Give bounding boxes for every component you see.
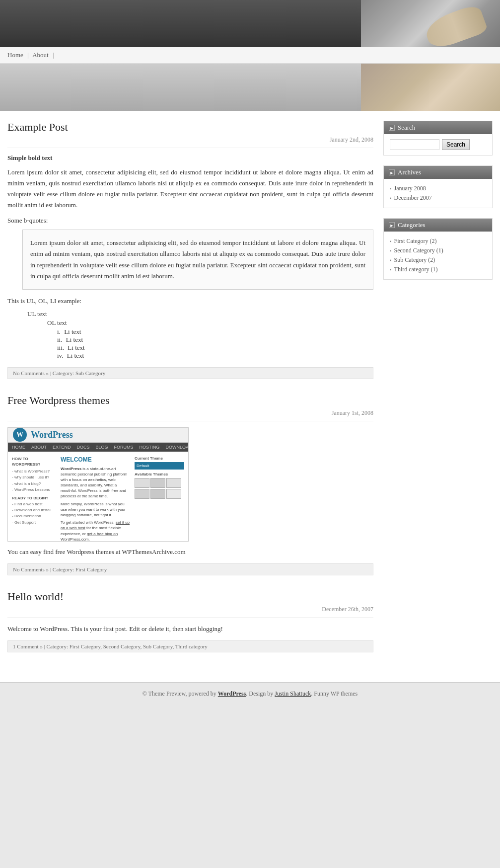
wp-content-inner: HOW TO WORDPRESS? - what is WordPress? -… (12, 456, 184, 542)
widget-archives-body: January 2008 December 2007 (384, 179, 492, 208)
post-title-hello: Hello world! (7, 590, 373, 603)
post-comments-hello[interactable]: 1 Comment » (13, 643, 43, 649)
wp-logo-mark: W (13, 428, 27, 442)
banner-image (361, 64, 500, 111)
post-category-hello: Category: First Category, Second Categor… (47, 643, 208, 649)
wp-nav-about: ABOUT (31, 445, 47, 450)
post-category-wp: Category: First Category (53, 566, 107, 572)
post-lists: UL text OL text i. Li text ii. Li text i… (27, 310, 373, 360)
site-footer: © Theme Preview, powered by WordPress. D… (0, 682, 500, 705)
nav-separator: | (27, 51, 29, 59)
widget-search-titlebar: ► Search (384, 121, 492, 134)
footer-text: © Theme Preview, powered by (143, 690, 218, 697)
cat-link-second[interactable]: Second Category (1) (394, 247, 443, 254)
ul-item: UL text (27, 310, 373, 318)
post-footer-wp: No Comments » | Category: First Category (7, 563, 373, 575)
list-item: First Category (2) (390, 237, 486, 246)
wp-screenshot-header: W WordPress (8, 428, 188, 443)
post-hello: Hello world! December 26th, 2007 Welcome… (7, 590, 373, 652)
wp-nav-home: HOME (12, 445, 25, 450)
wp-main-mini: WELCOME WordPress is a state-of-the-art … (61, 456, 131, 542)
wp-nav-bar: HOME ABOUT EXTEND DOCS BLOG FORUMS HOSTI… (8, 443, 188, 452)
search-input[interactable] (390, 139, 439, 150)
archives-list: January 2008 December 2007 (390, 184, 486, 203)
widget-archives: ► Archives January 2008 December 2007 (383, 165, 493, 208)
post-date-hello: December 26th, 2007 (7, 606, 373, 618)
nav-about[interactable]: About (32, 51, 49, 59)
li-list: i. Li text ii. Li text iii. Li text iv. … (57, 328, 373, 360)
post-footer-hello: 1 Comment » | Category: First Category, … (7, 640, 373, 652)
widget-arrow-archives: ► (389, 169, 395, 175)
nav-home[interactable]: Home (7, 51, 23, 59)
archive-link-jan[interactable]: January 2008 (394, 185, 426, 192)
wp-logo-text: WordPress (31, 430, 73, 440)
search-row: Search (390, 139, 486, 150)
list-item: ii. Li text (57, 336, 373, 344)
widget-search-body: Search (384, 134, 492, 155)
post-bquotes-label: Some b-quotes: (7, 217, 373, 225)
search-button[interactable]: Search (442, 139, 470, 150)
list-item: iv. Li text (57, 352, 373, 360)
list-item: December 2007 (390, 193, 486, 203)
wp-themes-panel: Current Theme Default Available Themes (135, 456, 184, 542)
categories-list: First Category (2) Second Category (1) S… (390, 237, 486, 274)
post-title-example: Example Post (7, 121, 373, 134)
list-item: iii. Li text (57, 344, 373, 352)
list-item: Sub Category (2) (390, 255, 486, 265)
list-item: Third category (1) (390, 265, 486, 274)
wp-sidebar-mini: HOW TO WORDPRESS? - what is WordPress? -… (12, 456, 57, 542)
banner (0, 64, 500, 111)
wp-screenshot: W WordPress HOME ABOUT EXTEND DOCS BLOG … (7, 427, 189, 542)
post-ul-label: This is UL, OL, LI example: (7, 297, 373, 305)
post-wp-themes: Free Wordpress themes January 1st, 2008 … (7, 394, 373, 575)
footer-funny-text: . Funny WP themes (311, 690, 357, 697)
widget-arrow-categories: ► (389, 222, 395, 228)
header-image (361, 0, 500, 47)
navigation: Home | About | (0, 47, 500, 64)
post-bold-example: Simple bold text (7, 154, 373, 162)
post-body-hello: Welcome to WordPress. This is your first… (7, 624, 373, 634)
post-body-example: Lorem ipsum dolor sit amet, consectetur … (7, 167, 373, 211)
list-item: i. Li text (57, 328, 373, 336)
post-blockquote: Lorem ipsum dolor sit amet, consectetur … (22, 230, 373, 289)
footer-design-text: . Design by (246, 690, 275, 697)
wp-nav-docs: DOCS (77, 445, 90, 450)
post-example: Example Post January 2nd, 2008 Simple bo… (7, 121, 373, 379)
wp-nav-blog: BLOG (96, 445, 108, 450)
post-comments-example[interactable]: No Comments » (13, 370, 49, 376)
site-header (0, 0, 500, 47)
main-content: Example Post January 2nd, 2008 Simple bo… (7, 121, 373, 667)
archive-link-dec[interactable]: December 2007 (394, 194, 432, 202)
cat-link-third[interactable]: Third category (1) (394, 266, 438, 273)
wp-nav-forums: FORUMS (114, 445, 134, 450)
widget-archives-titlebar: ► Archives (384, 166, 492, 179)
post-date-example: January 2nd, 2008 (7, 136, 373, 148)
cat-link-first[interactable]: First Category (2) (394, 237, 437, 245)
post-category-example: Category: Sub Category (53, 370, 105, 376)
wp-nav-extend: EXTEND (53, 445, 71, 450)
footer-wp-link[interactable]: WordPress (218, 690, 246, 697)
list-item: January 2008 (390, 184, 486, 193)
cat-link-sub[interactable]: Sub Category (2) (394, 256, 435, 264)
wp-nav-hosting: HOSTING (140, 445, 160, 450)
widget-archives-title: Archives (398, 168, 421, 176)
widget-categories: ► Categories First Category (2) Second C… (383, 218, 493, 280)
content-area: Example Post January 2nd, 2008 Simple bo… (0, 111, 500, 677)
post-comments-wp[interactable]: No Comments » (13, 566, 49, 572)
widget-search-title: Search (398, 124, 415, 132)
list-item: Second Category (1) (390, 246, 486, 255)
widget-arrow-search: ► (389, 125, 395, 131)
nav-separator2: | (53, 51, 54, 59)
post-date-wp: January 1st, 2008 (7, 409, 373, 421)
widget-categories-body: First Category (2) Second Category (1) S… (384, 232, 492, 279)
widget-categories-title: Categories (398, 221, 426, 229)
sidebar: ► Search Search ► Archives (383, 121, 493, 667)
footer-designer-link[interactable]: Justin Shattuck (275, 690, 311, 697)
post-body-wp: You can easy find free Wordpress themes … (7, 547, 373, 557)
widget-search: ► Search Search (383, 121, 493, 156)
wp-nav-download: DOWNLOAD (166, 445, 189, 450)
post-title-wp: Free Wordpress themes (7, 394, 373, 407)
post-footer-example: No Comments » | Category: Sub Category (7, 367, 373, 379)
ol-item: OL text (47, 319, 373, 327)
wp-body: HOW TO WORDPRESS? - what is WordPress? -… (8, 452, 188, 542)
